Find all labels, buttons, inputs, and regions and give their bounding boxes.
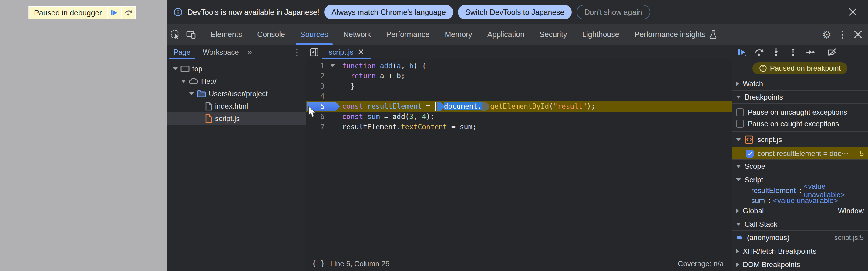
editor-tab-script-js[interactable]: script.js ✕ [322,45,371,59]
pause-caught-row[interactable]: Pause on caught exceptions [732,119,868,132]
scope-global-row[interactable]: Global Window [732,206,868,216]
step-over-page-button[interactable] [122,7,135,19]
line-number[interactable]: 3 [306,81,326,91]
resume-icon [737,47,748,57]
tree-item-index-html[interactable]: index.html [167,100,306,112]
scope-variable-row[interactable]: sum: <value unavailable> [732,195,868,206]
inline-breakpoint-marker[interactable] [482,102,489,111]
line-number[interactable]: 1 [306,61,326,71]
deactivate-breakpoints-icon [827,47,838,57]
pretty-print-icon[interactable]: { } [312,260,325,268]
more-tabs-button[interactable]: » [245,47,255,57]
code-line-4[interactable]: 4 [306,91,732,102]
settings-button[interactable]: ⚙ [819,24,835,44]
tab-sources[interactable]: Sources [293,24,336,44]
section-scope[interactable]: Scope [732,160,868,173]
step-out-button[interactable] [786,46,800,58]
gear-icon: ⚙ [822,29,831,40]
flask-icon [709,30,717,39]
devtools-close-button[interactable] [850,24,866,44]
line-number[interactable]: 7 [306,122,326,132]
step-into-button[interactable] [769,46,783,58]
tab-application[interactable]: Application [480,24,532,44]
tab-workspace[interactable]: Workspace [196,45,245,59]
tab-page[interactable]: Page [167,45,196,59]
deactivate-breakpoints-button[interactable] [825,46,839,58]
breakpoint-enabled-checkbox[interactable] [746,150,754,157]
pause-uncaught-row[interactable]: Pause on uncaught exceptions [732,106,868,119]
code-line-6[interactable]: 6const sum = add(3, 4); [306,112,732,122]
resume-button[interactable] [735,46,749,58]
code-line-1[interactable]: 1function add(a, b) { [306,61,732,71]
step-icon [805,47,815,57]
tree-item-script-js[interactable]: script.js [167,112,306,125]
match-chrome-language-button[interactable]: Always match Chrome's language [324,5,453,20]
code-line-3[interactable]: 3 } [306,81,732,91]
tab-memory[interactable]: Memory [437,24,479,44]
coverage-status: Coverage: n/a [678,260,726,268]
chevron-down-icon[interactable] [189,92,194,95]
call-stack-frame[interactable]: (anonymous) script.js:5 [732,231,868,245]
device-toolbar-button[interactable] [183,24,199,44]
code-line-5[interactable]: 5const resultElement = document.getEleme… [306,101,732,112]
code-line-7[interactable]: 7resultElement.textContent = sum; [306,122,732,132]
inline-breakpoint-marker-active[interactable] [437,102,444,111]
tree-item-users-user-project[interactable]: Users/user/project [167,87,306,100]
tree-item-top[interactable]: top [167,62,306,75]
line-number[interactable]: 2 [306,71,326,81]
code-line-2[interactable]: 2 return a + b; [306,71,732,81]
line-number[interactable]: 4 [306,91,326,102]
chevron-down-icon[interactable] [173,67,178,70]
breakpoint-line-number[interactable]: 5 [306,101,326,112]
editor-panel: script.js ✕ 1function add(a, b) {2 retur… [306,45,732,271]
close-tab-icon[interactable]: ✕ [358,47,364,57]
section-watch[interactable]: Watch [732,77,868,91]
step-over-icon [754,47,764,57]
section-dom-breakpoints[interactable]: DOM Breakpoints [732,258,868,271]
inspect-icon [170,29,181,40]
breakpoint-entry[interactable]: const resultElement = doc⋯ 5 [732,148,868,160]
code-text: } [339,82,355,90]
section-breakpoints[interactable]: Breakpoints [732,91,868,104]
step-button[interactable] [803,46,817,58]
pause-uncaught-checkbox[interactable] [736,108,744,116]
scope-script-label: Script [745,176,763,184]
chevron-down-icon[interactable] [181,80,186,83]
tab-label: Performance insights [634,30,706,39]
call-stack-title: Call Stack [745,220,777,229]
section-xhr-breakpoints[interactable]: XHR/fetch Breakpoints [732,245,868,258]
tab-security[interactable]: Security [532,24,575,44]
variable-value: <value unavailable> [773,197,838,205]
tab-label: Lighthouse [582,30,619,39]
step-over-button[interactable] [752,46,766,58]
tab-performance-insights[interactable]: Performance insights [627,24,725,44]
cloud-icon [188,77,199,86]
resume-script-button[interactable] [108,7,121,19]
dont-show-again-button[interactable]: Don't show again [577,5,650,20]
toggle-navigator-button[interactable] [306,45,322,59]
navigator-menu-button[interactable]: ⋮ [290,47,306,57]
tree-item-file[interactable]: file:// [167,75,306,87]
frame-name: (anonymous) [747,233,789,242]
breakpoint-file-group[interactable]: script.js [732,132,868,148]
code-editor[interactable]: 1function add(a, b) {2 return a + b;3 }4… [306,59,732,256]
tree-item-label: top [192,65,202,73]
code-fold-icon[interactable] [331,64,335,67]
dock-panel-icon [310,48,319,57]
tab-performance[interactable]: Performance [378,24,437,44]
infobar-message: DevTools is now available in Japanese! [187,8,319,17]
editor-tabstrip: script.js ✕ [306,45,732,59]
pause-caught-checkbox[interactable] [736,120,744,128]
step-over-icon [124,9,133,17]
inspect-element-button[interactable] [167,24,183,44]
scope-variable-row[interactable]: resultElement: <value unavailable> [732,185,868,195]
devtools-menu-button[interactable]: ⋮ [835,24,850,44]
switch-to-japanese-button[interactable]: Switch DevTools to Japanese [458,5,572,20]
section-call-stack[interactable]: Call Stack [732,218,868,231]
tab-console[interactable]: Console [250,24,293,44]
tab-network[interactable]: Network [336,24,379,44]
infobar-close-button[interactable] [848,8,858,17]
file-icon [205,102,213,111]
tab-lighthouse[interactable]: Lighthouse [575,24,627,44]
tab-elements[interactable]: Elements [203,24,250,44]
